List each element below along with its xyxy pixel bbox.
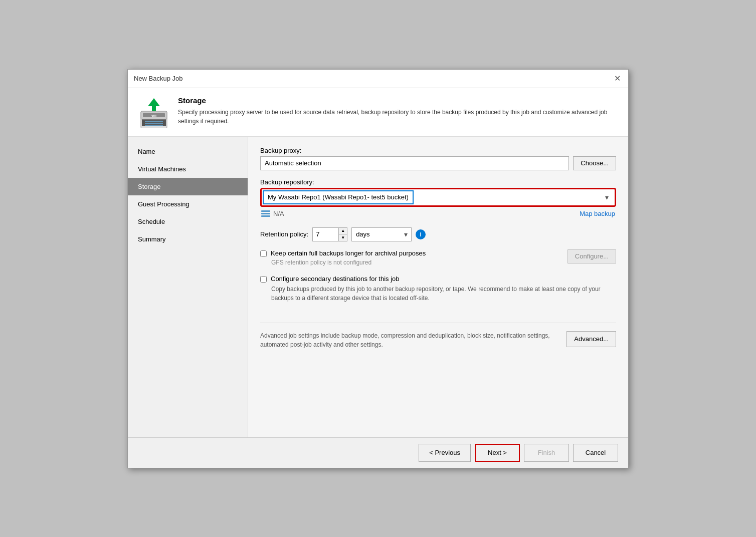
- keep-full-backups-label[interactable]: Keep certain full backups longer for arc…: [271, 249, 426, 257]
- close-button[interactable]: ✕: [612, 74, 622, 84]
- na-text: N/A: [273, 210, 284, 217]
- svg-text:vm: vm: [151, 114, 156, 117]
- advanced-section: Advanced job settings include backup mod…: [260, 323, 616, 349]
- header-text: Storage Specify processing proxy server …: [178, 96, 618, 126]
- na-left: N/A: [261, 210, 284, 217]
- choose-button[interactable]: Choose...: [573, 156, 616, 170]
- backup-proxy-input[interactable]: [260, 156, 569, 170]
- backup-repository-group: Backup repository: My Wasabi Repo1 (Wasa…: [260, 178, 616, 219]
- sidebar-item-summary[interactable]: Summary: [128, 230, 248, 248]
- sidebar-item-name[interactable]: Name: [128, 143, 248, 160]
- retention-policy-row: Retention policy: ▲ ▼ daysrestore points…: [260, 227, 616, 241]
- storage-icon: vm: [138, 96, 170, 128]
- backup-proxy-label: Backup proxy:: [260, 147, 616, 154]
- info-icon[interactable]: i: [416, 229, 426, 239]
- secondary-destinations-checkbox-row: Configure secondary destinations for thi…: [260, 275, 616, 283]
- backup-repository-select[interactable]: My Wasabi Repo1 (Wasabi Repo1- test5 buc…: [263, 190, 414, 204]
- sidebar: Name Virtual Machines Storage Guest Proc…: [128, 137, 248, 437]
- main-content: Backup proxy: Choose... Backup repositor…: [248, 137, 628, 437]
- svg-marker-2: [148, 98, 160, 111]
- sidebar-item-schedule[interactable]: Schedule: [128, 213, 248, 230]
- na-row: N/A Map backup: [260, 208, 616, 219]
- retention-unit-wrapper: daysrestore points: [351, 227, 412, 241]
- gfs-not-configured-label: GFS retention policy is not configured: [271, 259, 426, 266]
- secondary-destinations-label[interactable]: Configure secondary destinations for thi…: [271, 275, 400, 283]
- spinner-buttons: ▲ ▼: [338, 228, 347, 241]
- title-bar: New Backup Job ✕: [128, 70, 628, 88]
- backup-repository-label: Backup repository:: [260, 178, 616, 186]
- dialog-title: New Backup Job: [134, 75, 183, 82]
- backup-proxy-group: Backup proxy: Choose...: [260, 147, 616, 170]
- retention-value-input[interactable]: [313, 228, 338, 241]
- keep-full-backups-row: Keep certain full backups longer for arc…: [260, 249, 426, 267]
- map-backup-link[interactable]: Map backup: [580, 210, 615, 217]
- secondary-destinations-group: Configure secondary destinations for thi…: [260, 275, 616, 303]
- sidebar-item-storage[interactable]: Storage: [128, 178, 248, 195]
- keep-full-backups-checkbox[interactable]: [260, 250, 267, 257]
- header-description: Specify processing proxy server to be us…: [178, 108, 618, 126]
- keep-full-backups-group: Keep certain full backups longer for arc…: [260, 249, 616, 267]
- secondary-destinations-checkbox[interactable]: [260, 276, 267, 283]
- secondary-destinations-desc: Copy backups produced by this job to ano…: [271, 285, 616, 303]
- header-title: Storage: [178, 96, 618, 105]
- backup-proxy-row: Choose...: [260, 156, 616, 170]
- content-area: Name Virtual Machines Storage Guest Proc…: [128, 137, 628, 437]
- advanced-text: Advanced job settings include backup mod…: [260, 331, 558, 349]
- next-button[interactable]: Next >: [475, 444, 520, 462]
- stacked-lines-icon: [261, 210, 270, 217]
- backup-repository-container: My Wasabi Repo1 (Wasabi Repo1- test5 buc…: [260, 188, 616, 207]
- footer: < Previous Next > Finish Cancel: [128, 437, 628, 468]
- sidebar-item-guest-processing[interactable]: Guest Processing: [128, 195, 248, 213]
- spinner-down-button[interactable]: ▼: [339, 234, 347, 241]
- retention-spinner: ▲ ▼: [312, 227, 347, 241]
- spinner-up-button[interactable]: ▲: [339, 228, 347, 235]
- dialog: New Backup Job ✕ vm Storage S: [127, 69, 629, 468]
- retention-unit-select[interactable]: daysrestore points: [351, 227, 412, 241]
- retention-policy-label: Retention policy:: [260, 230, 308, 238]
- configure-button[interactable]: Configure...: [568, 249, 616, 263]
- keep-full-backups-checkbox-row: Keep certain full backups longer for arc…: [260, 249, 426, 257]
- backup-repository-dropdown-wrapper: My Wasabi Repo1 (Wasabi Repo1- test5 buc…: [263, 190, 614, 204]
- cancel-button[interactable]: Cancel: [573, 444, 618, 462]
- sidebar-item-virtual-machines[interactable]: Virtual Machines: [128, 160, 248, 178]
- header-section: vm Storage Specify processing proxy serv…: [128, 88, 628, 137]
- finish-button[interactable]: Finish: [524, 444, 569, 462]
- advanced-button[interactable]: Advanced...: [566, 331, 616, 347]
- previous-button[interactable]: < Previous: [419, 444, 471, 462]
